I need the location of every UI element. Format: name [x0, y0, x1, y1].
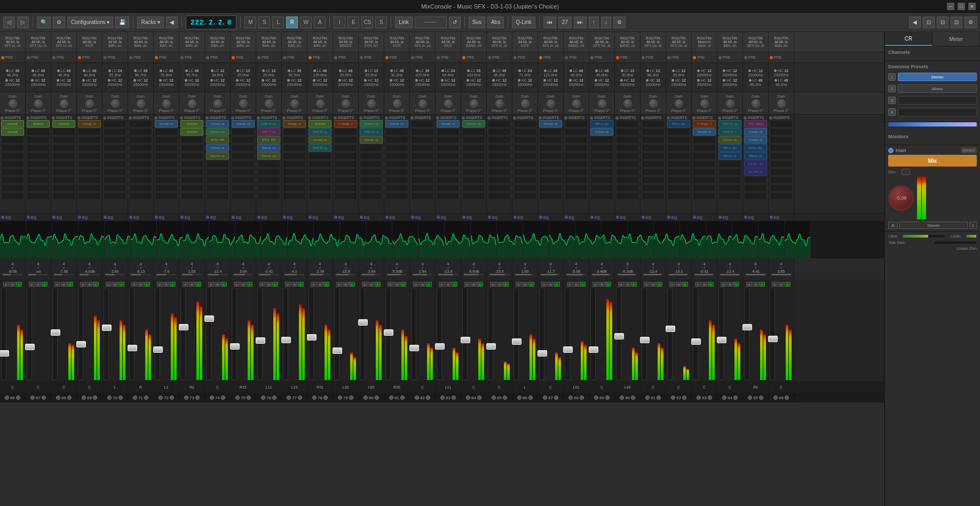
fader-handle[interactable] [742, 324, 752, 330]
gain-knob[interactable] [239, 99, 248, 108]
eq-toggle-cell-76[interactable]: EQ [256, 214, 282, 221]
mode-w[interactable]: W [300, 17, 312, 28]
ch-dot[interactable] [773, 396, 778, 400]
ch-dot[interactable] [517, 396, 521, 400]
tab-cr[interactable]: CR [885, 32, 932, 46]
gain-knob[interactable] [188, 99, 196, 108]
gain-knob[interactable] [393, 99, 401, 108]
gain-knob[interactable] [598, 99, 606, 108]
ch-dot[interactable] [440, 396, 445, 400]
tab-meter[interactable]: Meter [932, 32, 980, 46]
gain-knob[interactable] [290, 99, 299, 108]
fader-handle[interactable] [461, 337, 470, 343]
ch-dot2[interactable] [733, 396, 738, 400]
gain-knob[interactable] [367, 99, 376, 108]
ch-dot[interactable] [133, 396, 137, 400]
fader-handle[interactable] [691, 338, 701, 345]
ch-dot2[interactable] [580, 396, 584, 400]
panel-settings[interactable]: ⚙ [965, 17, 977, 28]
mix-button[interactable]: Mix [888, 155, 977, 167]
gain-knob[interactable] [521, 99, 529, 108]
maximize-button[interactable]: □ [958, 3, 965, 10]
configurations-button[interactable]: Configurations ▾ [67, 17, 113, 28]
preset-num-1[interactable]: 1 [888, 73, 896, 81]
mode-m[interactable]: M [244, 17, 256, 28]
panel-layout-1[interactable]: ⊡ [923, 17, 935, 28]
ch-dot2[interactable] [657, 396, 661, 400]
eq-toggle-cell-82[interactable]: EQ [410, 214, 436, 221]
ch-dot[interactable] [415, 396, 419, 400]
redo-button[interactable]: ▷ [17, 17, 29, 28]
ch-dot[interactable] [56, 396, 60, 400]
ch-dot[interactable] [287, 396, 291, 400]
gain-knob[interactable] [162, 99, 171, 108]
eq-toggle-cell-90[interactable]: EQ [615, 214, 641, 221]
eq-toggle-cell-74[interactable]: EQ [205, 214, 231, 221]
eq-toggle-cell-68[interactable]: EQ [51, 214, 77, 221]
fader-handle[interactable] [179, 324, 188, 330]
mode-r[interactable]: R [286, 17, 298, 28]
fader-handle[interactable] [435, 343, 445, 350]
fader-handle[interactable] [51, 329, 60, 336]
ch-dot2[interactable] [426, 396, 430, 400]
eq-toggle-cell-85[interactable]: EQ [487, 214, 512, 221]
ch-dot[interactable] [82, 396, 86, 400]
eq-toggle-cell-81[interactable]: EQ [384, 214, 410, 221]
mode-s2[interactable]: S [375, 17, 387, 28]
fader-handle[interactable] [128, 345, 137, 351]
ch-dot2[interactable] [349, 396, 353, 400]
fader-handle[interactable] [256, 337, 265, 344]
ch-dot[interactable] [184, 396, 188, 400]
gain-knob[interactable] [572, 99, 581, 108]
gain-knob[interactable] [649, 99, 658, 108]
gain-knob[interactable] [777, 99, 786, 108]
ch-dot[interactable] [363, 396, 368, 400]
preset-num-4[interactable]: 4 [888, 108, 896, 116]
ch-dot2[interactable] [144, 396, 148, 400]
fader-handle[interactable] [409, 345, 419, 351]
ch-dot2[interactable] [631, 396, 635, 400]
sus-button[interactable]: Sus [469, 17, 485, 28]
arrow-down[interactable]: ↓ [601, 17, 611, 28]
preset-btn-2[interactable]: Mono [898, 84, 977, 93]
volume-knob[interactable]: -5.09 [888, 185, 914, 211]
fader-handle[interactable] [230, 343, 240, 350]
preset-num-3[interactable]: 3 [888, 97, 896, 104]
ch-dot[interactable] [107, 396, 112, 400]
gain-knob[interactable] [752, 99, 760, 108]
fader-handle[interactable] [384, 329, 393, 336]
gain-knob[interactable] [214, 99, 222, 108]
gain-knob[interactable] [675, 99, 683, 108]
ch-dot2[interactable] [170, 396, 174, 400]
gain-knob[interactable] [9, 99, 17, 108]
mode-s[interactable]: S [258, 17, 270, 28]
fader-handle[interactable] [589, 346, 598, 353]
gain-knob[interactable] [700, 99, 709, 108]
eq-toggle-cell-91[interactable]: EQ [641, 214, 666, 221]
ch-dot[interactable] [722, 396, 726, 400]
fader-handle[interactable] [333, 347, 342, 354]
ch-dot2[interactable] [477, 396, 481, 400]
gain-knob[interactable] [137, 99, 145, 108]
gain-knob[interactable] [444, 99, 453, 108]
fader-handle[interactable] [768, 336, 778, 342]
fader-handle[interactable] [153, 346, 163, 353]
gain-knob[interactable] [418, 99, 427, 108]
arrow-up[interactable]: ↑ [589, 17, 599, 28]
fader-handle[interactable] [25, 344, 35, 350]
search-button[interactable]: 🔍 [37, 17, 51, 28]
settings2-button[interactable]: ⚙ [613, 17, 626, 28]
eq-toggle-cell-67[interactable]: EQ [26, 214, 51, 221]
fader-handle[interactable] [204, 315, 214, 322]
eq-toggle-cell-96[interactable]: EQ [769, 214, 794, 221]
fader-handle[interactable] [76, 341, 86, 347]
fader-handle[interactable] [640, 337, 650, 343]
qlink-button[interactable]: Q-Link [512, 17, 535, 28]
preset-btn-1[interactable]: Stereo [898, 73, 977, 81]
ch-dot[interactable] [261, 396, 265, 400]
ch-dot2[interactable] [118, 396, 123, 400]
gain-knob[interactable] [726, 99, 734, 108]
eq-toggle-cell-70[interactable]: EQ [102, 214, 128, 221]
link-button[interactable]: Link [395, 17, 412, 28]
gain-knob[interactable] [547, 99, 555, 108]
